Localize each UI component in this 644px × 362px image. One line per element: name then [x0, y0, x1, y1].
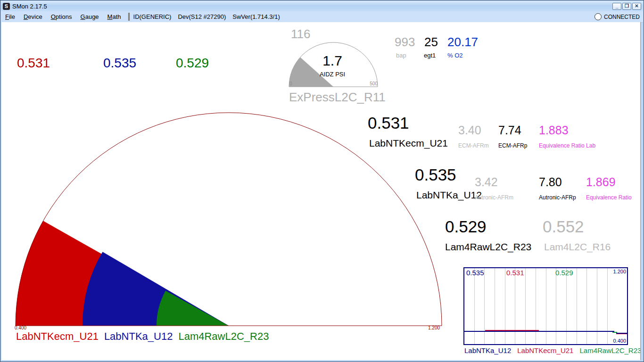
connection-status: CONNECTED — [604, 14, 640, 20]
readout-bap-label: bap — [396, 52, 406, 59]
strip-chart-value-ecm: 0.531 — [506, 269, 524, 277]
strip-chart-value-lam4: 0.529 — [555, 269, 573, 277]
menu-separator — [128, 13, 130, 21]
title-bar: S SMon 2.17.5 _ ❐ ✕ — [1, 1, 643, 12]
row2-autronic-afrp-label: Autronic-AFRp — [539, 195, 576, 201]
press-gauge-peak: 116 — [291, 28, 310, 41]
minimize-button[interactable]: _ — [612, 3, 621, 10]
row1-eq-ratio-value: 1.883 — [539, 124, 569, 136]
trace-ecm-tail — [616, 334, 627, 334]
press-gauge-name: ExPressL2C_R11 — [289, 91, 386, 104]
close-button[interactable]: ✕ — [632, 3, 641, 10]
device-info: ID(GENERIC) Dev(S12 #27290) SwVer(1.714.… — [133, 13, 280, 20]
readout-egt1-label: egt1 — [424, 52, 436, 59]
readout-egt1: 25 — [424, 36, 438, 49]
row2-eq-ratio-value: 1.869 — [586, 176, 616, 188]
readout-o2-label: % O2 — [447, 52, 463, 59]
row2-autronic-afrp-value: 7.80 — [539, 176, 562, 188]
row3-value: 0.529 — [445, 218, 487, 236]
strip-chart: 0.535 0.531 0.529 1.200 0.400 — [463, 267, 628, 345]
row1-ecm-afrp-label: ECM-AFRp — [498, 143, 527, 149]
menu-bar: File Device Options Gauge Math ID(GENERI… — [1, 11, 643, 23]
app-icon: S — [3, 3, 10, 10]
strip-legend-lam4: Lam4RawL2C_R23 — [579, 346, 641, 354]
strip-chart-legend: LabNTKa_U12 LabNTKecm_U21 Lam4RawL2C_R23 — [464, 346, 641, 354]
readout-bap: 993 — [395, 36, 415, 49]
row3-name: Lam4RawL2C_R23 — [445, 242, 531, 252]
readout-o2: 20.17 — [447, 36, 478, 49]
device-id: ID(GENERIC) — [133, 13, 172, 20]
strip-chart-value-autronic: 0.535 — [466, 269, 484, 277]
press-gauge-label: AIDZ PSI — [304, 71, 361, 78]
row1-ecm-afrm-value: 3.40 — [458, 124, 481, 136]
app-window: S SMon 2.17.5 _ ❐ ✕ File Device Options … — [0, 0, 644, 362]
main-gauge-max: 1.200 — [428, 326, 440, 331]
row2-eq-ratio-label: Equivalence Ratio — [586, 195, 632, 201]
connection-indicator-icon — [594, 13, 602, 20]
row3-secondary-value: 0.552 — [543, 218, 584, 236]
menu-gauge[interactable]: Gauge — [76, 12, 103, 21]
readout-lambda-lam4: 0.529 — [176, 56, 209, 70]
main-gauge-min: 0.400 — [15, 326, 26, 331]
strip-chart-ymax: 1.200 — [613, 269, 626, 274]
strip-chart-ymin: 0.400 — [613, 338, 626, 344]
legend-autronic: LabNTKa_U12 — [104, 331, 173, 342]
press-gauge-min: 0 — [289, 82, 292, 87]
main-gauge-legend: LabNTKecm_U21 LabNTKa_U12 Lam4RawL2C_R23 — [16, 331, 269, 342]
strip-legend-ecm: LabNTKecm_U21 — [517, 346, 573, 354]
client-area: 0.531 0.535 0.529 116 1.7 AIDZ PSI 0 500… — [1, 22, 641, 360]
trace-autronic — [464, 331, 614, 332]
legend-ecm: LabNTKecm_U21 — [16, 331, 99, 342]
menu-file[interactable]: File — [1, 12, 19, 21]
press-gauge-max: 500 — [363, 82, 378, 87]
menu-options[interactable]: Options — [47, 12, 76, 21]
row2-autronic-afrm-value: 3.42 — [475, 176, 498, 188]
strip-legend-autronic: LabNTKa_U12 — [464, 346, 511, 354]
readout-lambda-autronic: 0.535 — [103, 56, 136, 70]
device-name: Dev(S12 #27290) — [178, 13, 226, 20]
row1-ecm-afrp-value: 7.74 — [498, 124, 521, 136]
menu-device[interactable]: Device — [19, 12, 47, 21]
main-gauge — [14, 111, 445, 329]
menu-math[interactable]: Math — [103, 12, 125, 21]
row2-autronic-afrm-label: Autronic-AFRm — [475, 195, 513, 201]
press-gauge-value: 1.7 — [304, 53, 361, 68]
main-gauge-wedge-lam4 — [157, 291, 229, 326]
row1-eq-ratio-label: Equivalence Ratio Lab — [539, 143, 595, 149]
readout-lambda-ecm: 0.531 — [17, 56, 50, 70]
row1-ecm-afrm-label: ECM-AFRm — [458, 143, 489, 149]
row3-secondary-name: Lam4L2C_R16 — [544, 242, 611, 252]
maximize-button[interactable]: ❐ — [622, 3, 631, 10]
legend-lam4: Lam4RawL2C_R23 — [178, 331, 269, 342]
window-title: SMon 2.17.5 — [12, 3, 47, 10]
sw-version: SwVer(1.714.3/1) — [232, 13, 280, 20]
